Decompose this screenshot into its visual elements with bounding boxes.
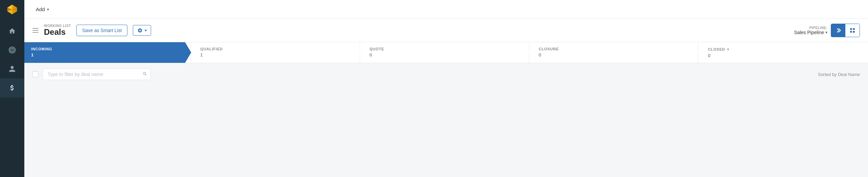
filter-bar: Sorted by Deal Name [24, 63, 868, 85]
hamburger-menu-icon[interactable] [32, 28, 39, 33]
search-icon [143, 72, 147, 76]
pipeline-select[interactable]: Sales Pipeline ▾ [794, 30, 827, 35]
search-icon-button[interactable] [143, 72, 147, 77]
sidebar-item-deals[interactable] [0, 78, 24, 97]
add-chevron-icon: ▾ [47, 7, 49, 12]
stage-closed[interactable]: CLOSED ▾ 0 [698, 42, 868, 63]
sidebar-item-contacts[interactable] [0, 59, 24, 78]
svg-rect-12 [850, 31, 852, 33]
sidebar [0, 0, 24, 177]
title-group: WORKING LIST Deals [44, 24, 71, 36]
svg-rect-10 [850, 28, 852, 30]
view-toggle [831, 24, 860, 37]
sorted-by-label: Sorted by Deal Name [818, 72, 860, 77]
content-header: WORKING LIST Deals Save as Smart List ▾ … [24, 19, 868, 42]
pipeline-stages-bar: INCOMING 1 QUALIFIED 1 QUOTE 0 CLOSURE 0… [24, 42, 868, 63]
kanban-view-button[interactable] [831, 24, 845, 37]
svg-rect-11 [853, 28, 855, 30]
stage-qualified-count: 1 [200, 52, 354, 57]
target-icon [8, 46, 16, 54]
deal-name-filter-input[interactable] [43, 69, 151, 80]
pipeline-value: Sales Pipeline [794, 30, 824, 35]
pipeline-chevron-icon: ▾ [825, 30, 827, 35]
topbar: Add ▾ [24, 0, 868, 19]
stage-closure[interactable]: CLOSURE 0 [529, 42, 699, 63]
stage-incoming-count: 1 [31, 52, 185, 57]
stage-closed-dropdown-icon: ▾ [727, 47, 729, 52]
svg-rect-13 [853, 31, 855, 33]
person-icon [8, 65, 16, 73]
header-left: WORKING LIST Deals Save as Smart List ▾ [32, 24, 151, 36]
gear-icon [137, 28, 143, 33]
select-all-checkbox[interactable] [32, 71, 39, 77]
settings-chevron-icon: ▾ [145, 28, 147, 33]
stage-closed-count: 0 [708, 53, 861, 58]
stage-incoming[interactable]: INCOMING 1 [24, 42, 191, 63]
stage-quote[interactable]: QUOTE 0 [360, 42, 530, 63]
settings-dropdown-button[interactable]: ▾ [133, 25, 151, 36]
pipeline-label: PIPELINE: [810, 26, 827, 30]
sidebar-navigation [0, 22, 24, 97]
stage-quote-count: 0 [369, 52, 523, 57]
stage-closed-label: CLOSED [708, 47, 725, 51]
dollar-icon [8, 84, 16, 92]
page-title: Deals [44, 28, 71, 36]
add-button[interactable]: Add ▾ [32, 4, 52, 14]
kanban-icon [835, 27, 841, 33]
main-content: Add ▾ WORKING LIST Deals Save as Smart L… [24, 0, 868, 177]
sidebar-item-target[interactable] [0, 41, 24, 59]
grid-view-button[interactable] [845, 24, 860, 37]
stage-closure-label: CLOSURE [539, 47, 692, 51]
stage-quote-label: QUOTE [369, 47, 523, 51]
header-right: PIPELINE: Sales Pipeline ▾ [794, 24, 860, 37]
sidebar-logo [0, 0, 24, 19]
svg-point-9 [11, 49, 13, 51]
filter-left [32, 69, 151, 80]
save-smart-list-button[interactable]: Save as Smart List [76, 25, 128, 36]
home-icon [8, 27, 16, 35]
stage-qualified[interactable]: QUALIFIED 1 [191, 42, 361, 63]
search-wrapper [43, 69, 151, 80]
stage-closure-count: 0 [539, 52, 692, 57]
stage-incoming-label: INCOMING [31, 47, 185, 51]
sidebar-item-home[interactable] [0, 22, 24, 41]
add-label: Add [36, 6, 45, 12]
grid-icon [849, 27, 855, 33]
stage-qualified-label: QUALIFIED [200, 47, 354, 51]
pipeline-selector-group: PIPELINE: Sales Pipeline ▾ [794, 26, 827, 35]
logo-icon [7, 4, 18, 15]
